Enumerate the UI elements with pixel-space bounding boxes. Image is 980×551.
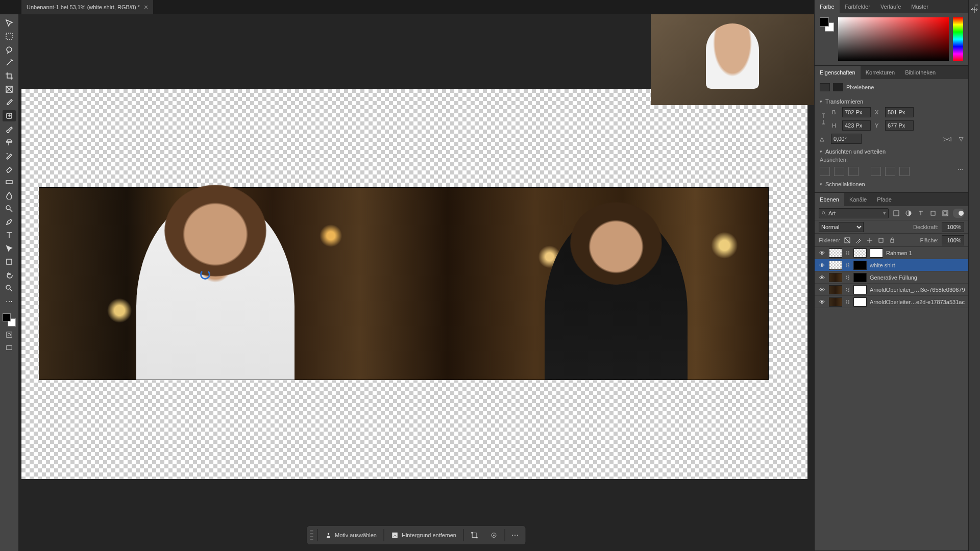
angle-field[interactable] (831, 134, 862, 144)
lock-all-icon[interactable] (888, 236, 896, 244)
layer-thumb[interactable] (829, 248, 842, 258)
transform-section-header[interactable]: Transformieren (820, 95, 963, 106)
tab-muster[interactable]: Muster (906, 0, 934, 13)
tab-bibliotheken[interactable]: Bibliotheken (900, 66, 941, 79)
collapse-icon[interactable]: « (975, 2, 978, 8)
dock-icon[interactable] (969, 4, 980, 15)
layer-row[interactable]: 👁⛓white shirt (815, 259, 968, 271)
screenmode-icon[interactable] (4, 343, 15, 353)
lock-trans-icon[interactable] (843, 236, 851, 244)
layer-thumb[interactable] (829, 261, 842, 270)
layer-row[interactable]: 👁⛓Rahmen 1 (815, 247, 968, 259)
saturation-picker[interactable] (838, 17, 949, 61)
more-icon[interactable]: ⋯ (507, 528, 523, 542)
align-section-header[interactable]: Ausrichten und verteilen (820, 145, 963, 156)
x-field[interactable] (885, 107, 914, 117)
layer-thumb[interactable] (853, 261, 867, 270)
layer-thumb[interactable] (829, 297, 842, 307)
layer-name[interactable]: ArnoldOberleiter_…f3e-7658fe030679 (870, 287, 965, 293)
layer-name[interactable]: ArnoldOberleiter…e2d-e17873a531ac (870, 299, 965, 305)
align-left-icon[interactable] (820, 167, 830, 176)
layer-thumb[interactable] (853, 273, 867, 282)
layer-row[interactable]: 👁⛓ArnoldOberleiter_…f3e-7658fe030679 (815, 284, 968, 296)
tab-ebenen[interactable]: Ebenen (815, 193, 844, 206)
tab-farbfelder[interactable]: Farbfelder (840, 0, 875, 13)
filter-type-icon[interactable] (916, 209, 925, 218)
gradient-tool[interactable] (3, 177, 16, 188)
link-wh-icon[interactable] (820, 112, 827, 126)
layer-row[interactable]: 👁⛓Generative Füllung (815, 271, 968, 284)
blend-mode-select[interactable]: Normal (819, 222, 864, 232)
link-icon[interactable]: ⛓ (845, 287, 850, 292)
select-subject-button[interactable]: Motiv auswählen (320, 528, 382, 542)
filter-smart-icon[interactable] (941, 209, 950, 218)
move-tool[interactable] (3, 17, 16, 29)
eyedropper-tool[interactable] (3, 97, 16, 108)
layer-thumb[interactable] (829, 285, 842, 294)
visibility-icon[interactable]: 👁 (818, 287, 826, 293)
tab-kanaele[interactable]: Kanäle (844, 193, 872, 206)
tab-eigenschaften[interactable]: Eigenschaften (815, 66, 861, 79)
visibility-icon[interactable]: 👁 (818, 299, 826, 305)
document-tab[interactable]: Unbenannt-1 bei 53,1% (white shirt, RGB/… (21, 0, 154, 14)
panel-swatches[interactable] (820, 17, 834, 32)
filter-pixel-icon[interactable] (892, 209, 901, 218)
fill-field[interactable] (942, 235, 964, 245)
eraser-tool[interactable] (3, 163, 16, 174)
layer-thumb[interactable] (853, 248, 867, 258)
foreground-color[interactable] (3, 313, 11, 321)
tab-korrekturen[interactable]: Korrekturen (861, 66, 900, 79)
layer-thumb[interactable] (870, 248, 883, 258)
layer-name[interactable]: Rahmen 1 (886, 250, 965, 256)
layer-filter-select[interactable]: Art ▾ (819, 208, 889, 218)
path-selection-tool[interactable] (3, 243, 16, 254)
align-bottom-icon[interactable] (899, 167, 910, 176)
height-field[interactable] (842, 120, 871, 131)
close-icon[interactable]: × (144, 3, 148, 11)
layer-thumb[interactable] (853, 297, 867, 307)
link-icon[interactable]: ⛓ (845, 251, 850, 256)
tab-pfade[interactable]: Pfade (872, 193, 897, 206)
visibility-icon[interactable]: 👁 (818, 262, 826, 268)
flip-v-icon[interactable]: ▽ (959, 136, 963, 142)
panel-fg-color[interactable] (820, 17, 829, 27)
edit-toolbar-icon[interactable]: ⋯ (3, 296, 16, 307)
visibility-icon[interactable]: 👁 (818, 274, 826, 281)
tab-farbe[interactable]: Farbe (815, 0, 840, 13)
lock-artboard-icon[interactable] (877, 236, 885, 244)
hue-slider[interactable] (953, 17, 963, 61)
width-field[interactable] (842, 107, 871, 117)
healing-brush-tool[interactable] (3, 110, 16, 121)
y-field[interactable] (885, 120, 914, 131)
visibility-icon[interactable]: 👁 (818, 250, 826, 256)
hand-tool[interactable] (3, 269, 16, 281)
lock-position-icon[interactable] (866, 236, 874, 244)
tab-verlaeufe[interactable]: Verläufe (875, 0, 906, 13)
align-right-icon[interactable] (848, 167, 859, 176)
filter-adjust-icon[interactable] (904, 209, 913, 218)
pen-tool[interactable] (3, 216, 16, 228)
color-swatches[interactable] (3, 313, 16, 327)
link-icon[interactable]: ⛓ (845, 263, 850, 268)
frame-tool[interactable] (3, 84, 16, 95)
layer-name[interactable]: Generative Füllung (870, 274, 965, 281)
quick-actions-header[interactable]: Schnellaktionen (820, 178, 963, 188)
layer-thumb[interactable] (829, 273, 842, 282)
align-hcenter-icon[interactable] (834, 167, 844, 176)
history-brush-tool[interactable] (3, 150, 16, 161)
opacity-field[interactable] (942, 222, 964, 232)
marquee-tool[interactable] (3, 31, 16, 42)
properties-button[interactable] (485, 528, 503, 542)
layer-row[interactable]: 👁⛓ArnoldOberleiter…e2d-e17873a531ac (815, 296, 968, 308)
align-top-icon[interactable] (871, 167, 881, 176)
filter-toggle-icon[interactable] (953, 209, 964, 218)
align-vcenter-icon[interactable] (885, 167, 895, 176)
remove-background-button[interactable]: Hintergrund entfernen (386, 528, 461, 542)
quickmask-icon[interactable] (4, 330, 15, 340)
blur-tool[interactable] (3, 190, 16, 201)
zoom-tool[interactable] (3, 283, 16, 294)
crop-tool[interactable] (3, 70, 16, 82)
grip-icon[interactable] (310, 530, 313, 540)
transform-button[interactable] (466, 528, 483, 542)
wand-tool[interactable] (3, 57, 16, 68)
